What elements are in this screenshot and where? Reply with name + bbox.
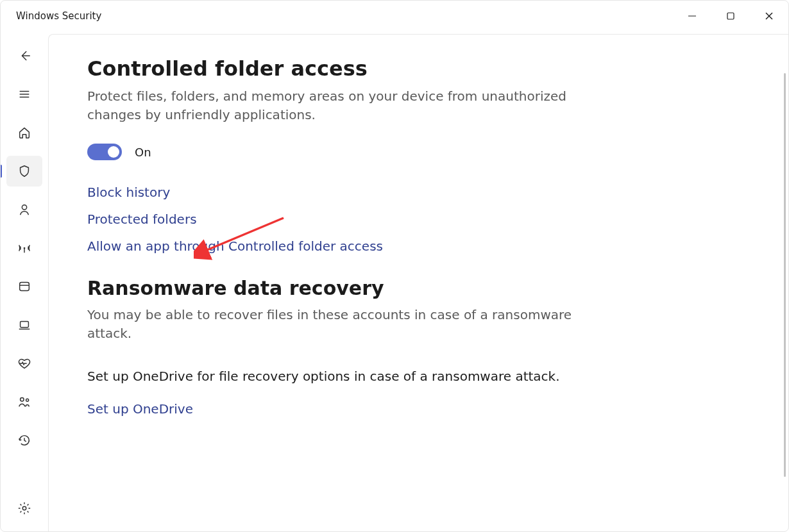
cfa-links: Block history Protected folders Allow an… (87, 185, 750, 254)
nav-settings[interactable] (6, 493, 42, 524)
minimize-button[interactable] (673, 1, 711, 31)
shield-icon (17, 164, 31, 178)
minimize-icon (688, 12, 697, 21)
back-button[interactable] (6, 40, 42, 71)
back-arrow-icon (17, 49, 31, 63)
nav-virus-protection[interactable] (6, 156, 42, 187)
content-area: Controlled folder access Protect files, … (48, 34, 788, 531)
svg-point-14 (21, 398, 24, 402)
window-controls (673, 1, 788, 31)
allow-app-link[interactable]: Allow an app through Controlled folder a… (87, 238, 383, 254)
svg-rect-1 (727, 13, 734, 19)
antenna-icon (17, 241, 31, 255)
page-description: Protect files, folders, and memory areas… (87, 87, 588, 124)
sidebar (1, 31, 48, 531)
heart-pulse-icon (17, 356, 31, 370)
nav-family-options[interactable] (6, 387, 42, 417)
close-button[interactable] (750, 1, 788, 31)
close-icon (765, 12, 774, 21)
scrollbar[interactable] (784, 73, 786, 531)
app-window-icon (17, 279, 31, 294)
title-bar: Windows Security (1, 1, 788, 31)
nav-home[interactable] (6, 117, 42, 148)
svg-rect-10 (20, 283, 30, 291)
home-icon (17, 126, 31, 140)
cfa-toggle-label: On (135, 145, 151, 159)
svg-rect-12 (21, 322, 29, 328)
cfa-toggle-row: On (87, 144, 750, 160)
hamburger-icon (17, 87, 31, 101)
cfa-toggle[interactable] (87, 144, 122, 160)
gear-icon (17, 501, 31, 515)
scrollbar-thumb[interactable] (784, 73, 786, 477)
setup-onedrive-link[interactable]: Set up OneDrive (87, 401, 193, 417)
svg-point-16 (22, 506, 26, 510)
svg-point-7 (22, 205, 26, 210)
nav-firewall[interactable] (6, 233, 42, 263)
maximize-button[interactable] (711, 1, 750, 31)
onedrive-prompt: Set up OneDrive for file recovery option… (87, 367, 588, 386)
protected-folders-link[interactable]: Protected folders (87, 212, 197, 227)
page-title: Controlled folder access (87, 56, 750, 81)
svg-point-15 (26, 399, 29, 401)
nav-account-protection[interactable] (6, 194, 42, 225)
person-icon (17, 203, 31, 217)
nav-device-performance[interactable] (6, 348, 42, 379)
block-history-link[interactable]: Block history (87, 185, 170, 200)
history-icon (17, 433, 31, 447)
window-title: Windows Security (16, 10, 101, 22)
laptop-icon (17, 318, 31, 332)
recovery-heading: Ransomware data recovery (87, 277, 750, 299)
family-icon (17, 395, 31, 409)
nav-device-security[interactable] (6, 310, 42, 340)
recovery-description: You may be able to recover files in thes… (87, 306, 588, 343)
nav-protection-history[interactable] (6, 425, 42, 456)
nav-menu-button[interactable] (6, 79, 42, 110)
nav-app-browser-control[interactable] (6, 271, 42, 302)
maximize-icon (726, 12, 735, 21)
